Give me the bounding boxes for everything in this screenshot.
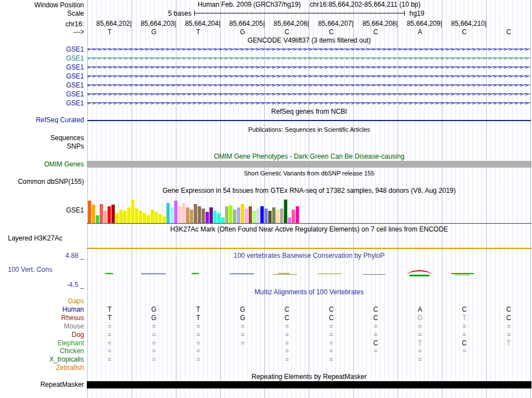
track-label-sequences[interactable]: Sequences [0,134,84,142]
gtex-tissue-bar[interactable] [166,203,170,223]
gtex-tissue-bar[interactable] [190,210,193,223]
gtex-tissue-bar[interactable] [241,204,244,223]
gtex-tissue-bar[interactable] [284,200,287,223]
gtex-tissue-bar[interactable] [100,204,103,223]
gtex-track-title: Gene Expression in 54 tissues from GTEx … [87,187,531,195]
alignment-cell: G [132,314,176,322]
track-label-100-vert-cons[interactable]: 100 Vert. Cons [8,266,52,274]
species-label-mouse[interactable]: Mouse [0,322,84,331]
species-label-gaps[interactable]: Gaps [0,297,84,306]
gtex-tissue-bar[interactable] [131,200,134,223]
gtex-tissue-bar[interactable] [256,209,260,223]
track-label-layered-h3k27ac[interactable]: Layered H3K27Ac [8,234,62,242]
gtex-tissue-bar[interactable] [119,210,123,223]
gtex-tissue-bar[interactable] [104,211,107,223]
species-label-rhesus[interactable]: Rhesus [0,314,84,322]
gtex-tissue-bar[interactable] [123,211,127,223]
gencode-transcript[interactable]: >>>>>>>>>>>>>>>>>>>>>>>>>>>>>>>>>>>>>>>>… [87,63,531,72]
gencode-transcript[interactable]: >>>>>>>>>>>>>>>>>>>>>>>>>>>>>>>>>>>>>>>>… [87,81,531,90]
repeatmasker-element-bar[interactable] [87,381,531,388]
gtex-tissue-bar[interactable] [127,207,130,223]
gtex-tissue-bar[interactable] [174,201,178,223]
refseq-curated-line[interactable] [87,120,531,121]
omim-genes-bar[interactable] [87,161,531,168]
gencode-transcript[interactable]: >>>>>>>>>>>>>>>>>>>>>>>>>>>>>>>>>>>>>>>>… [87,54,531,63]
gtex-tissue-bar[interactable] [111,205,115,223]
track-label-gtex-gse1[interactable]: GSE1 [0,206,84,214]
gtex-tissue-bar[interactable] [96,215,99,223]
gtex-tissue-bar[interactable] [276,210,279,223]
gtex-tissue-bar[interactable] [194,204,197,223]
base-letter: C [442,28,487,36]
gtex-tissue-bar[interactable] [253,211,256,223]
gtex-tissue-bar[interactable] [221,217,225,223]
gtex-tissue-bar[interactable] [268,211,272,223]
species-label-chicken[interactable]: Chicken [0,347,84,355]
gtex-tissue-bar[interactable] [217,213,221,223]
gtex-tissue-bar[interactable] [280,209,283,223]
gtex-tissue-bar[interactable] [139,211,142,223]
track-label-gencode-gse1[interactable]: GSE1 [0,72,84,81]
gtex-tissue-bar[interactable] [151,210,154,223]
gtex-tissue-bar[interactable] [296,206,299,223]
gtex-tissue-bar[interactable] [272,207,276,223]
gtex-tissue-bar[interactable] [264,209,268,223]
gtex-tissue-bar[interactable] [225,206,228,223]
gtex-tissue-bar[interactable] [92,205,95,223]
gtex-tissue-bar[interactable] [186,207,189,223]
gtex-tissue-bar[interactable] [245,209,248,223]
gtex-tissue-bar[interactable] [237,207,240,223]
alignment-cell: = [487,331,531,339]
conservation-max-value: 4.88 _ [0,252,84,260]
gtex-baseline [87,223,531,224]
gtex-tissue-bar[interactable] [202,209,205,223]
gtex-tissue-bar[interactable] [108,206,111,223]
gtex-tissue-bar[interactable] [182,203,185,223]
gtex-tissue-bar[interactable] [213,211,217,223]
gencode-transcript[interactable]: >>>>>>>>>>>>>>>>>>>>>>>>>>>>>>>>>>>>>>>>… [87,45,531,54]
gtex-tissue-bar[interactable] [115,213,119,223]
track-label-gencode-gse1[interactable]: GSE1 [0,63,84,72]
alignment-cell: C [265,314,309,322]
species-label-elephant[interactable]: Elephant [0,339,84,348]
track-label-repeatmasker[interactable]: RepeatMasker [0,381,84,388]
gtex-tissue-bar[interactable] [155,212,158,223]
species-label-human[interactable]: Human [0,306,84,314]
species-label-x_tropicalis[interactable]: X_tropicalis [0,355,84,364]
gencode-transcript[interactable]: >>>>>>>>>>>>>>>>>>>>>>>>>>>>>>>>>>>>>>>>… [87,72,531,81]
gtex-tissue-bar[interactable] [292,210,295,223]
track-label-omim-genes[interactable]: OMIM Genes [0,161,84,168]
gtex-tissue-bar[interactable] [206,212,209,223]
gtex-tissue-bar[interactable] [209,207,213,223]
gtex-tissue-bar[interactable] [162,216,166,223]
gtex-tissue-bar[interactable] [158,214,162,223]
gtex-tissue-bar[interactable] [88,201,91,223]
species-label-zebrafish[interactable]: Zebrafish [0,364,84,372]
gtex-barchart[interactable] [88,197,301,223]
track-label-gencode-gse1[interactable]: GSE1 [0,81,84,90]
track-label-common-dbsnp[interactable]: Common dbSNP(155) [0,178,84,186]
track-label-snps[interactable]: SNPs [0,142,84,150]
track-label-gencode-gse1[interactable]: GSE1 [0,45,84,54]
track-label-gencode-gse1[interactable]: GSE1 [0,54,84,63]
species-label-dog[interactable]: Dog [0,331,84,339]
gtex-tissue-bar[interactable] [178,206,181,223]
track-label-gencode-gse1[interactable]: GSE1 [0,99,84,108]
gtex-tissue-bar[interactable] [198,206,201,223]
gencode-transcript[interactable]: >>>>>>>>>>>>>>>>>>>>>>>>>>>>>>>>>>>>>>>>… [87,90,531,99]
gtex-tissue-bar[interactable] [135,209,138,223]
gtex-tissue-bar[interactable] [288,217,291,223]
track-label-gencode-gse1[interactable]: GSE1 [0,90,84,99]
gtex-tissue-bar[interactable] [170,207,174,223]
gencode-transcript[interactable]: >>>>>>>>>>>>>>>>>>>>>>>>>>>>>>>>>>>>>>>>… [87,99,531,108]
gtex-tissue-bar[interactable] [249,206,252,223]
gtex-tissue-bar[interactable] [147,215,150,223]
alignment-cell: T [398,339,442,348]
transcript-direction-arrows: >>>>>>>>>>>>>>>>>>>>>>>>>>>>>>>>>>>>>>>>… [87,72,531,81]
gtex-tissue-bar[interactable] [260,206,264,223]
base-letter: A [398,28,442,36]
gtex-tissue-bar[interactable] [229,205,232,223]
track-label-refseq-curated[interactable]: RefSeq Curated [0,116,84,124]
gtex-tissue-bar[interactable] [233,210,236,223]
gtex-tissue-bar[interactable] [143,213,146,223]
